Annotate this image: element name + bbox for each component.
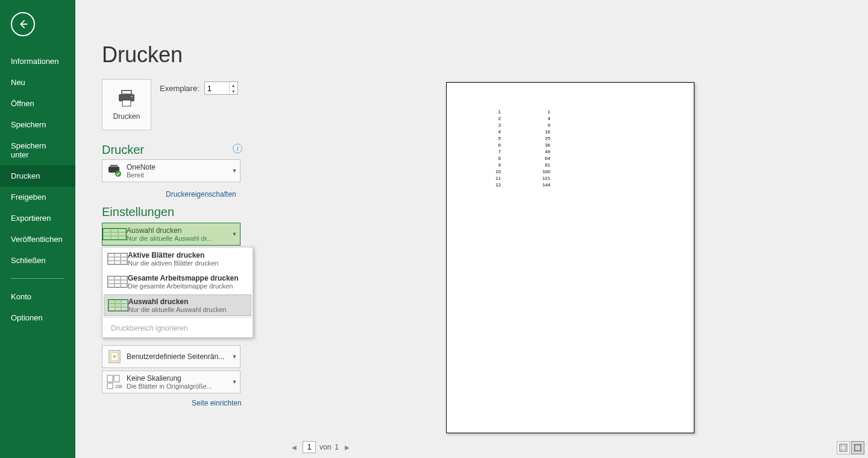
svg-point-13 [113, 355, 116, 358]
chevron-down-icon: ▼ [229, 354, 240, 360]
svg-rect-9 [110, 165, 118, 167]
selection-grid-icon [102, 228, 127, 240]
settings-section-title: Einstellungen [102, 205, 174, 219]
page-title: Drucken [102, 42, 183, 68]
menu-separator [102, 317, 253, 318]
sidebar-divider [11, 278, 64, 279]
preview-view-toggles [837, 441, 864, 454]
page-setup-link[interactable]: Seite einrichten [192, 399, 242, 407]
printer-name: OneNote [127, 163, 229, 171]
scaling-dropdown[interactable]: 100 Keine Skalierung Die Blätter in Orig… [102, 371, 241, 393]
back-button[interactable] [11, 12, 35, 36]
prev-page-button[interactable]: ◀ [289, 443, 299, 452]
sheets-grid-icon [107, 253, 128, 265]
print-what-title: Auswahl drucken [127, 226, 229, 235]
menu-item-sub: Nur die aktiven Blätter drucken [128, 259, 248, 267]
printer-section-title: Drucker [102, 143, 144, 157]
app-root: Informationen Neu Öffnen Speichern Speic… [0, 0, 868, 458]
sidebar-item-speichern-unter[interactable]: Speichern unter [0, 135, 75, 165]
menu-item-active-sheets[interactable]: Aktive Blätter drucken Nur die aktiven B… [102, 247, 253, 270]
preview-data-table: 112439416525636749864981101001112112144 [477, 108, 553, 189]
margins-title: Benutzerdefinierte Seitenrän... [127, 352, 229, 361]
sidebar-item-oeffnen[interactable]: Öffnen [0, 93, 75, 114]
margins-dropdown[interactable]: Benutzerdefinierte Seitenrän... ▼ [102, 345, 241, 368]
printer-status: Bereit [127, 171, 229, 179]
sidebar-item-exportieren[interactable]: Exportieren [0, 208, 75, 229]
show-margins-toggle[interactable] [837, 441, 850, 454]
workbook-grid-icon [107, 276, 128, 288]
sidebar-item-veroeffentlichen[interactable]: Veröffentlichen [0, 229, 75, 250]
print-button-label: Drucken [113, 112, 140, 121]
backstage-sidebar: Informationen Neu Öffnen Speichern Speic… [0, 0, 75, 458]
scaling-icon: 100 [102, 375, 127, 389]
print-preview-page: 112439416525636749864981101001112112144 [446, 82, 694, 433]
print-button[interactable]: Drucken [102, 79, 151, 130]
scaling-title: Keine Skalierung [127, 374, 229, 383]
svg-rect-16 [107, 383, 113, 389]
svg-rect-14 [107, 375, 113, 382]
svg-rect-18 [840, 444, 847, 451]
print-what-dropdown[interactable]: Auswahl drucken Nur die aktuelle Auswahl… [102, 223, 241, 246]
menu-item-selection[interactable]: Auswahl drucken Nur die aktuelle Auswahl… [104, 294, 251, 316]
sidebar-item-neu[interactable]: Neu [0, 72, 75, 93]
menu-item-sub: Nur die aktuelle Auswahl drucken [128, 306, 247, 313]
svg-rect-6 [122, 100, 131, 106]
svg-rect-15 [114, 375, 119, 382]
menu-item-title: Aktive Blätter drucken [128, 251, 248, 259]
printer-properties-link[interactable]: Druckereigenschaften [166, 190, 236, 199]
page-number-input[interactable] [303, 441, 316, 453]
chevron-down-icon: ▼ [229, 379, 240, 385]
copies-row: Exemplare: ▲ ▼ [160, 81, 238, 95]
page-total: 1 [335, 443, 339, 451]
printer-info-icon[interactable]: i [233, 144, 242, 153]
sidebar-item-speichern[interactable]: Speichern [0, 114, 75, 135]
sidebar-item-informationen[interactable]: Informationen [0, 51, 75, 72]
copies-input[interactable] [205, 82, 229, 94]
sidebar-item-konto[interactable]: Konto [0, 286, 75, 307]
menu-item-title: Gesamte Arbeitsmappe drucken [128, 274, 248, 282]
printer-status-icon [102, 164, 127, 177]
spinner-down[interactable]: ▼ [230, 88, 237, 94]
sidebar-item-freigeben[interactable]: Freigeben [0, 186, 75, 208]
menu-item-workbook[interactable]: Gesamte Arbeitsmappe drucken Die gesamte… [102, 270, 253, 293]
chevron-down-icon: ▼ [229, 231, 240, 237]
sidebar-item-drucken[interactable]: Drucken [0, 165, 75, 186]
next-page-button[interactable]: ▶ [342, 443, 352, 452]
svg-rect-4 [122, 91, 131, 94]
spinner-up[interactable]: ▲ [230, 82, 237, 88]
menu-item-ignore-print-area: Druckbereich ignorieren [102, 319, 253, 337]
svg-text:100: 100 [115, 384, 122, 389]
copies-label: Exemplare: [160, 84, 200, 93]
copies-spinner[interactable]: ▲ ▼ [204, 81, 238, 95]
scaling-sub: Die Blätter in Originalgröße... [127, 383, 229, 390]
chevron-down-icon: ▼ [229, 168, 240, 174]
print-what-menu: Aktive Blätter drucken Nur die aktiven B… [102, 247, 253, 338]
menu-item-title: Auswahl drucken [128, 297, 247, 306]
printer-dropdown[interactable]: OneNote Bereit ▼ [102, 159, 241, 182]
svg-point-7 [131, 95, 133, 97]
sidebar-item-schliessen[interactable]: Schließen [0, 250, 75, 271]
svg-rect-23 [855, 445, 861, 451]
zoom-to-page-toggle[interactable] [851, 441, 864, 454]
margins-icon [102, 349, 127, 364]
selection-grid-icon [108, 299, 128, 311]
page-navigation: ◀ von 1 ▶ [289, 441, 352, 453]
content-area: Drucken Drucken Exemplare: ▲ ▼ Drucker i [75, 0, 868, 458]
menu-item-sub: Die gesamte Arbeitsmappe drucken [128, 282, 248, 290]
printer-icon [116, 89, 137, 107]
print-what-sub: Nur die aktuelle Auswahl dr... [127, 235, 229, 242]
sidebar-item-optionen[interactable]: Optionen [0, 307, 75, 328]
page-of-label: von [319, 443, 331, 451]
